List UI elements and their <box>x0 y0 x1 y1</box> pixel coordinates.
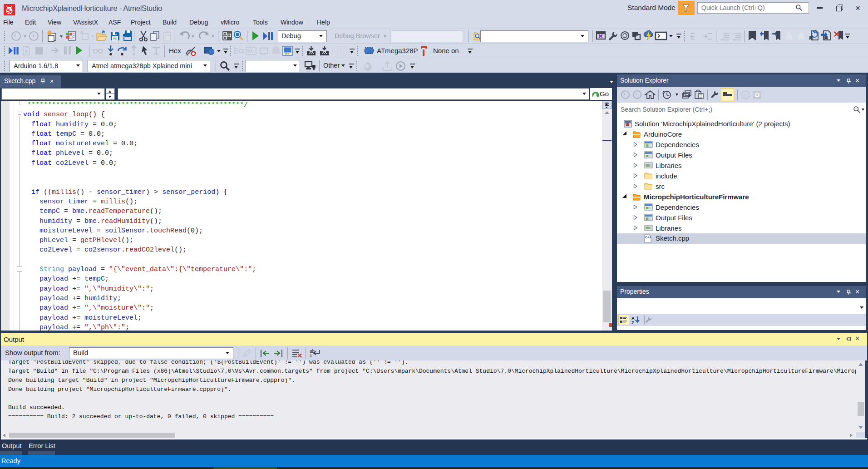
svg-text:s: s <box>744 92 746 98</box>
svg-text:D: D <box>755 91 760 99</box>
svg-text:C++: C++ <box>645 236 651 239</box>
svg-text:Z: Z <box>631 320 634 325</box>
svg-text:?: ? <box>732 32 734 36</box>
svg-text:0X: 0X <box>247 49 253 54</box>
svg-text:c: c <box>310 353 312 358</box>
